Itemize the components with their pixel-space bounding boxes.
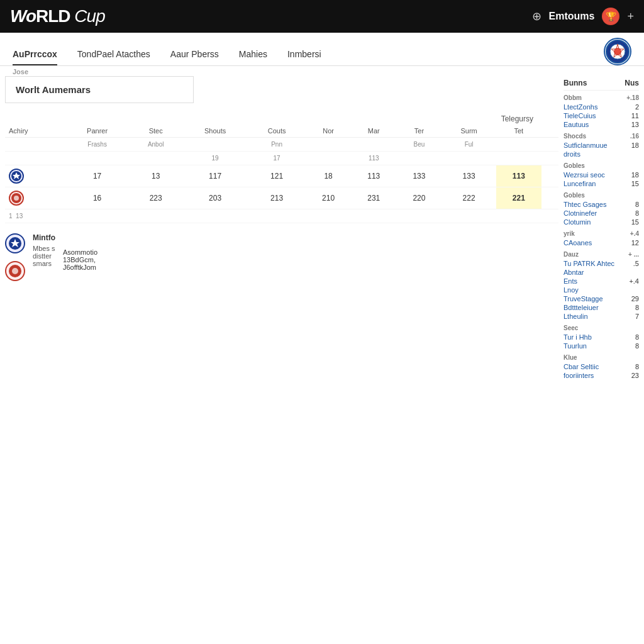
sidebar-section-obbm: Obbm +.18 LtectZonhs 2 TieleCuius 11 Eau… <box>564 94 639 129</box>
col-extra <box>541 125 558 138</box>
sidebar-item: Thtec Gsages 8 <box>564 200 639 209</box>
standings-table: Achiry Panrer Stec Shouts Couts Nor Mar … <box>5 125 558 223</box>
col-nor: Nor <box>306 125 351 138</box>
table-row: 1 13 <box>5 209 558 223</box>
sub-name <box>5 138 65 152</box>
svg-point-11 <box>12 268 18 274</box>
team-badge-2 <box>5 187 65 209</box>
nav-item-auprrccox[interactable]: AuPrrccox Jose <box>13 45 57 65</box>
sidebar-section-title-1: Shocds .16 <box>564 133 639 140</box>
match-badge-1 <box>5 233 25 253</box>
col-couts: Couts <box>248 125 306 138</box>
sub-panrer: Frashs <box>65 138 129 152</box>
sidebar-item: fooriinters 23 <box>564 371 639 380</box>
table-row: 16 223 203 213 210 231 220 222 221 <box>5 187 558 209</box>
main-content: Worlt Aumemars Telegursy Achiry Panrer S… <box>5 76 558 384</box>
globe-icon[interactable]: ⊕ <box>532 9 541 23</box>
col-panrer: Panrer <box>65 125 129 138</box>
sidebar: Bunns Nus Obbm +.18 LtectZonhs 2 TieleCu… <box>564 76 639 384</box>
plus-button[interactable]: + <box>627 10 634 23</box>
nav-item-inmbersi[interactable]: Inmbersi <box>287 45 321 65</box>
sidebar-item: LtectZonhs 2 <box>564 103 639 111</box>
header: WoRLD Cup ⊕ Emtoums 🏆 + <box>0 0 644 33</box>
tele-label: Telegursy <box>501 114 533 123</box>
sidebar-item: Tuurlun 8 <box>564 341 639 350</box>
detail-2: 13BdGcm, <box>63 256 97 264</box>
sub-pnn: Pnn <box>248 138 306 152</box>
table-header-row: Telegursy <box>5 113 558 125</box>
nav-item-mahies[interactable]: Mahies <box>239 45 267 65</box>
sidebar-item: CAoanes 12 <box>564 238 639 247</box>
sidebar-item: Clotninefer 8 <box>564 209 639 218</box>
match-label: Mintfo <box>33 233 55 242</box>
sidebar-header: Bunns Nus <box>564 76 639 91</box>
match-meta: Mintfo Mbes s distter smars <box>33 233 55 267</box>
col-tet: Tet <box>496 125 541 138</box>
sidebar-section-gobles1: Gobles Wezrsui seoc 18 Luncefiran 15 <box>564 162 639 188</box>
team-badge-1 <box>5 165 65 187</box>
sidebar-section-gobles2: Gobles Thtec Gsages 8 Clotninefer 8 Clot… <box>564 192 639 226</box>
sidebar-section-seec: Seec Tur i Hhb 8 Tuurlun 8 <box>564 325 639 350</box>
sub-nor <box>306 138 351 152</box>
col-stec: Stec <box>129 125 182 138</box>
sidebar-section-yrik: yrik +.4 CAoanes 12 <box>564 230 639 247</box>
sidebar-item: TieleCuius 11 <box>564 111 639 120</box>
main-layout: Worlt Aumemars Telegursy Achiry Panrer S… <box>0 66 644 394</box>
sub-stec: Anbol <box>129 138 182 152</box>
standings-section: Achiry Panrer Stec Shouts Couts Nor Mar … <box>5 125 558 223</box>
sidebar-item: droits <box>564 150 639 158</box>
detail-1: Asommotio <box>63 248 97 256</box>
sidebar-item: Abntar <box>564 268 639 277</box>
sidebar-item: Eautuus 13 <box>564 120 639 129</box>
match-row2: distter <box>33 252 55 260</box>
sub-shouts <box>182 138 248 152</box>
nav: AuPrrccox Jose TondPael Atacthes Aaur Pb… <box>0 33 644 66</box>
sidebar-item: TruveStagge 29 <box>564 294 639 303</box>
col-shouts: Shouts <box>182 125 248 138</box>
sidebar-item: Tur i Hhb 8 <box>564 333 639 341</box>
sidebar-section-title-4: yrik +.4 <box>564 230 639 237</box>
sidebar-section-dauz: Dauz + ... Tu PATRK Ahtec .5 Abntar Ents… <box>564 251 639 321</box>
sidebar-item: Sutficlanmuue 18 <box>564 141 639 150</box>
sidebar-section-title-6: Seec <box>564 325 639 331</box>
app-title: WoRLD Cup <box>10 6 105 26</box>
sidebar-section-title-0: Obbm +.18 <box>564 94 639 101</box>
sidebar-item: Clotumin 15 <box>564 218 639 226</box>
sidebar-item: Bdttteleiuer 8 <box>564 303 639 312</box>
table-row: 17 13 117 121 18 113 133 133 113 <box>5 165 558 187</box>
title-box: Worlt Aumemars <box>5 76 194 103</box>
sidebar-item: Luncefiran 15 <box>564 179 639 188</box>
match-badge-2 <box>5 261 25 281</box>
sidebar-item: Tu PATRK Ahtec .5 <box>564 259 639 268</box>
sub-beu: Beu <box>396 138 441 152</box>
nav-item-tondpael[interactable]: TondPael Atacthes <box>77 45 150 65</box>
nav-sub-label: Jose <box>13 68 28 75</box>
emtoums-label: Emtoums <box>549 11 595 22</box>
sidebar-section-title-5: Dauz + ... <box>564 251 639 258</box>
sub-extra <box>541 138 558 152</box>
nav-item-aaur[interactable]: Aaur Pberss <box>170 45 219 65</box>
sidebar-item: Ents +.4 <box>564 277 639 286</box>
trophy-icon: 🏆 <box>602 8 619 25</box>
match-row1: Mbes s <box>33 245 55 252</box>
match-detail: Asommotio 13BdGcm, J6offtkJom <box>63 248 97 271</box>
sidebar-item: Wezrsui seoc 18 <box>564 170 639 179</box>
col-mar: Mar <box>351 125 396 138</box>
sidebar-section-title-3: Gobles <box>564 192 639 199</box>
col-name: Achiry <box>5 125 65 138</box>
match-row3: smars <box>33 260 55 267</box>
sidebar-header-left: Bunns <box>564 79 587 87</box>
sidebar-section-shocds: Shocds .16 Sutficlanmuue 18 droits <box>564 133 639 158</box>
match-info: Mintfo Mbes s distter smars Asommotio 13… <box>5 233 558 281</box>
sub-mar <box>351 138 396 152</box>
sidebar-section-klue: Klue Cbar Seltiic 8 fooriinters 23 <box>564 354 639 380</box>
svg-point-7 <box>14 196 19 201</box>
sidebar-item: Lnoy <box>564 286 639 294</box>
header-right: ⊕ Emtoums 🏆 + <box>532 8 634 25</box>
sidebar-header-right: Nus <box>625 79 639 87</box>
main-title: Worlt Aumemars <box>16 84 183 95</box>
sub-tet <box>496 138 541 152</box>
detail-3: J6offtkJom <box>63 264 97 271</box>
sub-ful: Ful <box>441 138 496 152</box>
wc-logo <box>604 38 631 65</box>
